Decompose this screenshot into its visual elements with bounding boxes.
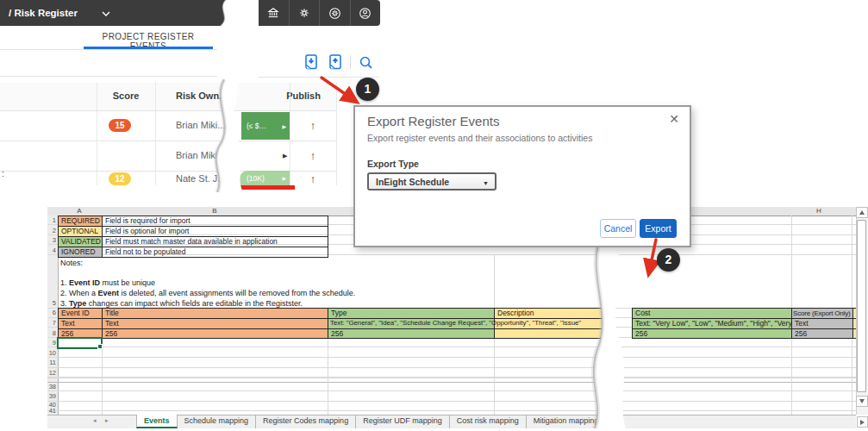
- legend-desc-cell[interactable]: Field not to be populated: [102, 247, 328, 258]
- column-letter[interactable]: B: [204, 207, 225, 216]
- truncated-cell-snippet: :: [2, 169, 4, 178]
- publish-up-icon[interactable]: ↑: [290, 149, 336, 162]
- scroll-right-button[interactable]: [857, 416, 868, 428]
- gridline: [494, 338, 495, 415]
- notes-title: Notes:: [60, 259, 83, 267]
- tab-next-icon[interactable]: ▸: [105, 417, 109, 424]
- organization-bank-icon[interactable]: [259, 0, 289, 26]
- dialog-title: Export Register Events: [367, 114, 499, 128]
- sheet-length-cell[interactable]: 256: [102, 328, 328, 339]
- cell-fill-handle[interactable]: [97, 344, 103, 349]
- row-number[interactable]: 3: [47, 236, 56, 245]
- row-number[interactable]: 4: [47, 247, 56, 255]
- export-type-select[interactable]: InEight Schedule ▼: [367, 172, 496, 191]
- column-letter[interactable]: A: [69, 207, 90, 216]
- gridline: [102, 338, 103, 415]
- chevron-down-icon: ▼: [483, 175, 489, 191]
- row-number[interactable]: 8: [47, 329, 56, 338]
- selected-cell-a9[interactable]: [57, 337, 103, 349]
- sheet-tab-register-udf-mapping[interactable]: Register UDF mapping: [356, 415, 450, 428]
- note-bold: Type: [69, 299, 86, 308]
- note-bold: Event: [98, 289, 120, 297]
- export-button[interactable]: Export: [640, 219, 677, 238]
- close-icon[interactable]: ✕: [669, 112, 679, 126]
- gridline: [0, 141, 336, 141]
- row-number[interactable]: 1: [47, 216, 56, 225]
- legend-key-cell[interactable]: IGNORED: [58, 247, 103, 258]
- top-navbar-right: [259, 0, 380, 26]
- row-number[interactable]: 9: [47, 339, 56, 347]
- account-user-icon[interactable]: [350, 0, 381, 26]
- gridline: [336, 83, 337, 185]
- cancel-button[interactable]: Cancel: [600, 219, 636, 238]
- search-icon[interactable]: [356, 53, 375, 72]
- note-line: 3. Type changes can impact which fields …: [60, 299, 303, 308]
- score-badge: 12: [109, 172, 131, 185]
- row-number[interactable]: 6: [47, 309, 56, 317]
- note-line: 1. Event ID must be unique: [60, 278, 155, 287]
- row-number[interactable]: 12: [47, 369, 56, 378]
- caret-right-icon[interactable]: ▶: [283, 153, 287, 159]
- sheet-length-cell[interactable]: 256: [328, 328, 495, 339]
- callout-badge-2: 2: [657, 248, 680, 272]
- note-text: 3.: [60, 299, 69, 308]
- torn-edge-top: [212, 0, 262, 26]
- sheet-tab-cost-risk-mapping[interactable]: Cost risk mapping: [450, 415, 527, 428]
- note-line: 2. When a Event is deleted, all event as…: [60, 289, 355, 297]
- column-letter[interactable]: H: [809, 207, 829, 216]
- caret-right-icon[interactable]: ▶: [282, 175, 286, 181]
- hidden-rows-break: [47, 382, 856, 383]
- export-file-icon[interactable]: [326, 53, 345, 72]
- toolbar-divider: [350, 55, 351, 69]
- scroll-up-button[interactable]: [856, 207, 868, 218]
- note-text: 2. When a: [60, 289, 98, 297]
- settings-gear-icon[interactable]: [289, 0, 320, 26]
- row-number[interactable]: 10: [47, 349, 56, 358]
- torn-edge-sheet: [588, 244, 638, 428]
- toolbar-bottom-divider-left: [0, 76, 217, 77]
- triangle-up-icon: [859, 210, 865, 215]
- export-type-label: Export Type: [367, 159, 419, 169]
- sheet-length-cell[interactable]: 256: [632, 328, 792, 339]
- sheet-tab-schedule-mapping[interactable]: Schedule mapping: [178, 415, 257, 428]
- note-text: is deleted, all event assignments will b…: [119, 289, 355, 297]
- chevron-down-icon[interactable]: [102, 11, 110, 16]
- scroll-down-button[interactable]: [856, 396, 868, 407]
- breadcrumb[interactable]: / Risk Register: [0, 0, 78, 26]
- top-navbar-left: / Risk Register: [0, 0, 229, 26]
- triangle-down-icon: [859, 399, 865, 403]
- sheet-tab-register-codes-mapping[interactable]: Register Codes mapping: [256, 415, 356, 428]
- column-header-publish: Publish: [279, 91, 328, 101]
- sheet-length-cell[interactable]: 256: [791, 328, 853, 339]
- torn-edge-table: [209, 79, 257, 192]
- tab-prev-icon[interactable]: ◂: [93, 417, 97, 424]
- vertical-scrollbar-thumb[interactable]: [857, 220, 866, 392]
- gridline: [328, 338, 328, 415]
- note-bold: Event ID: [69, 278, 100, 287]
- note-text: must be unique: [100, 278, 155, 287]
- sheet-tabs: Events Schedule mapping Register Codes m…: [136, 415, 606, 428]
- row-number[interactable]: 7: [47, 319, 56, 328]
- callout-badge-1: 1: [356, 78, 379, 101]
- active-tab-underline: [84, 47, 213, 49]
- row-number[interactable]: 11: [47, 359, 56, 367]
- sheet-tab-events[interactable]: Events: [136, 415, 178, 428]
- import-file-icon[interactable]: [302, 53, 321, 72]
- dialog-subtitle: Export register events and their associa…: [367, 133, 592, 143]
- caret-right-icon[interactable]: ▶: [282, 123, 286, 129]
- row-number[interactable]: 39: [47, 392, 56, 401]
- screenshot-root: / Risk Register PROJECT REGISTER EVENTS: [0, 0, 868, 431]
- gridline: [47, 378, 856, 378]
- note-text: 1.: [60, 278, 69, 287]
- publish-up-icon[interactable]: ↑: [290, 172, 336, 185]
- row-number[interactable]: 2: [47, 227, 56, 235]
- column-header-score: Score: [97, 91, 155, 101]
- export-type-value: InEight Schedule: [376, 177, 449, 187]
- suite-apps-icon[interactable]: [319, 0, 350, 26]
- gridline: [0, 110, 336, 111]
- row-number[interactable]: 5: [47, 299, 56, 308]
- publish-up-icon[interactable]: ↑: [290, 119, 336, 132]
- gridlines: [47, 382, 856, 415]
- export-register-events-dialog: Export Register Events Export register e…: [353, 105, 691, 247]
- row-number[interactable]: 38: [47, 383, 56, 391]
